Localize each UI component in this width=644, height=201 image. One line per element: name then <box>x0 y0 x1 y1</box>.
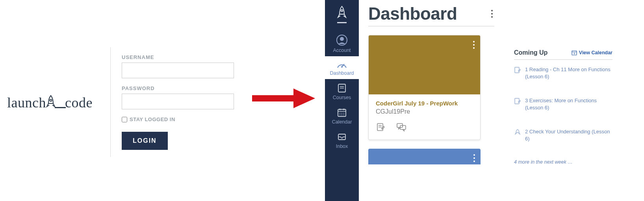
assignments-icon[interactable] <box>376 122 385 133</box>
sidebar-item-label: Courses <box>333 95 351 100</box>
svg-point-20 <box>343 114 344 115</box>
sidebar: Account Dashboard Courses Calendar Inbox <box>325 0 359 201</box>
logo-underline <box>55 107 66 108</box>
calendar-icon <box>337 107 347 118</box>
gauge-icon <box>336 60 347 69</box>
rocket-icon <box>45 95 56 113</box>
sidebar-item-account[interactable]: Account <box>325 30 359 56</box>
assignment-icon <box>514 66 521 76</box>
view-calendar-link[interactable]: 3 View Calendar <box>572 50 612 55</box>
sidebar-item-courses[interactable]: Courses <box>325 79 359 103</box>
username-input[interactable] <box>122 63 234 78</box>
course-card-title: CoderGirl July 19 - PrepWork <box>376 100 473 107</box>
stay-logged-in-label: STAY LOGGED IN <box>130 116 175 122</box>
login-button[interactable]: LOGIN <box>122 132 168 150</box>
coming-up-title: Coming Up <box>514 49 547 56</box>
page-title: Dashboard <box>368 4 457 24</box>
quiz-icon <box>514 129 521 138</box>
logo-text-right: code <box>65 95 93 111</box>
svg-point-16 <box>341 113 342 114</box>
rocket-icon <box>336 6 348 20</box>
login-form: USERNAME PASSWORD STAY LOGGED IN LOGIN <box>110 47 236 157</box>
sidebar-item-dashboard[interactable]: Dashboard <box>325 56 359 79</box>
dashboard-panel: Account Dashboard Courses Calendar Inbox… <box>325 0 644 201</box>
sidebar-item-inbox[interactable]: Inbox <box>325 128 359 152</box>
card-options-button[interactable] <box>472 153 477 164</box>
svg-point-15 <box>340 113 340 114</box>
svg-rect-31 <box>515 98 519 104</box>
upcoming-item-text: 2 Check Your Understanding (Lesson 6) <box>525 128 612 142</box>
sidebar-logo[interactable] <box>336 6 348 23</box>
course-card[interactable]: CoderGirl July 19 - PrepWork CGJul19Pre <box>368 35 481 140</box>
stay-logged-in-checkbox[interactable] <box>122 117 127 122</box>
launchcode-logo: launchcode <box>0 47 110 113</box>
upcoming-item-text: 1 Reading - Ch 11 More on Functions (Les… <box>525 66 612 80</box>
username-label: USERNAME <box>122 54 236 60</box>
sidebar-item-label: Inbox <box>336 144 348 149</box>
sidebar-item-label: Calendar <box>332 119 352 125</box>
password-input[interactable] <box>122 94 234 109</box>
inbox-icon <box>337 132 347 142</box>
svg-point-3 <box>341 10 343 12</box>
svg-point-19 <box>341 114 342 115</box>
dashboard-options-button[interactable] <box>490 8 494 19</box>
dashboard-header: Dashboard <box>368 4 494 26</box>
coming-up-panel: Coming Up 3 View Calendar 1 Reading - Ch… <box>514 49 612 165</box>
view-calendar-label: View Calendar <box>579 50 612 55</box>
login-panel: launchcode USERNAME PASSWORD STAY LOGGED… <box>0 47 240 157</box>
password-label: PASSWORD <box>122 85 236 91</box>
svg-rect-30 <box>515 67 519 73</box>
svg-point-18 <box>340 114 340 115</box>
sidebar-item-label: Account <box>333 48 351 53</box>
svg-text:3: 3 <box>573 52 575 55</box>
calendar-small-icon: 3 <box>572 50 577 55</box>
svg-point-0 <box>50 100 52 101</box>
svg-point-5 <box>340 37 344 41</box>
discussions-icon[interactable] <box>396 122 406 133</box>
upcoming-item[interactable]: 1 Reading - Ch 11 More on Functions (Les… <box>514 66 612 80</box>
assignment-icon <box>514 98 521 107</box>
sidebar-item-label: Dashboard <box>330 70 354 76</box>
card-options-button[interactable] <box>471 39 476 50</box>
upcoming-item[interactable]: 3 Exercises: More on Functions (Lesson 6… <box>514 97 612 111</box>
svg-point-17 <box>343 113 344 114</box>
svg-rect-1 <box>252 95 295 101</box>
upcoming-item[interactable]: 2 Check Your Understanding (Lesson 6) <box>514 128 612 142</box>
logo-text-left: launch <box>7 95 46 111</box>
arrow-icon <box>252 89 315 110</box>
course-card-subtitle: CGJul19Pre <box>376 108 473 115</box>
course-card-hero <box>369 35 480 94</box>
more-upcoming-link[interactable]: 4 more in the next week … <box>514 159 612 165</box>
book-icon <box>337 83 347 93</box>
sidebar-item-calendar[interactable]: Calendar <box>325 103 359 128</box>
course-card-2[interactable] <box>368 149 481 164</box>
svg-marker-2 <box>293 89 315 108</box>
user-circle-icon <box>336 34 348 46</box>
upcoming-item-text: 3 Exercises: More on Functions (Lesson 6… <box>525 97 612 111</box>
